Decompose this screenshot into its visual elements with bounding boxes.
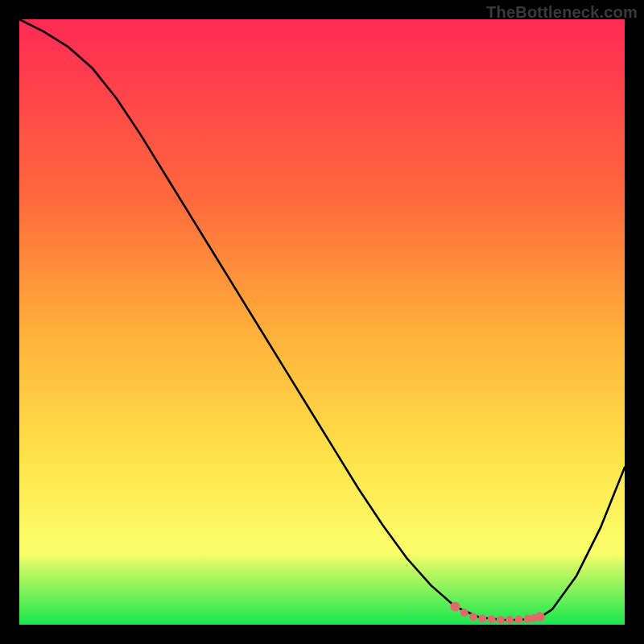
optimal-marker [506, 616, 514, 624]
optimal-marker [514, 616, 522, 624]
watermark-text: TheBottleneck.com [486, 3, 638, 22]
optimal-marker [488, 615, 496, 623]
optimal-marker [460, 609, 469, 617]
optimal-marker [478, 614, 486, 622]
optimal-marker [535, 612, 545, 621]
optimal-marker [450, 601, 460, 611]
gradient-background [19, 19, 625, 625]
optimal-marker [497, 616, 505, 624]
chart-frame [19, 19, 625, 625]
optimal-marker [469, 613, 477, 621]
bottleneck-chart [19, 19, 625, 625]
